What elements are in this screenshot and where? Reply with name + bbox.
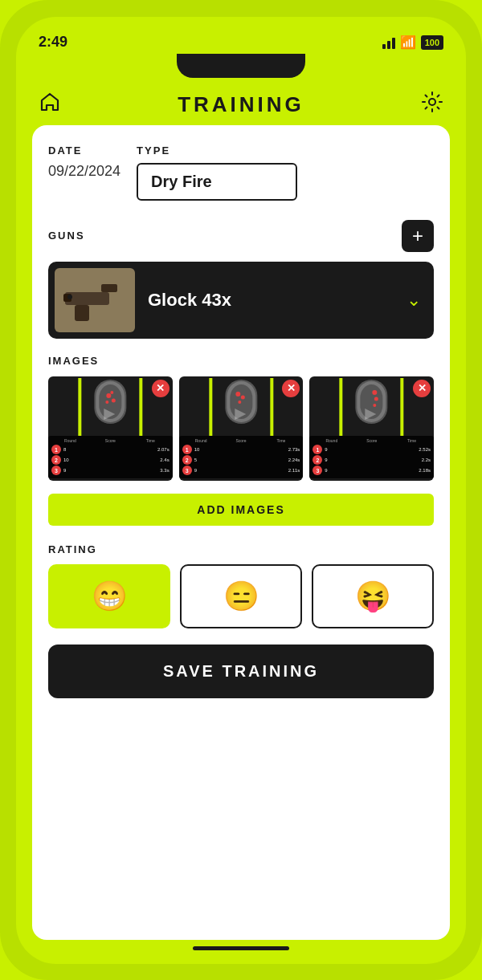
svg-point-16: [110, 391, 113, 394]
score-table-3: Round Score Time 1 9 2.52s 2: [309, 436, 434, 478]
score-row: 2 5 2.24s: [182, 455, 300, 465]
date-group: DATE 09/22/2024: [48, 144, 120, 201]
save-training-button[interactable]: SAVE TRAINING: [48, 645, 434, 698]
score-table-1: Round Score Time 1 8 2.07s 2: [48, 436, 173, 478]
score-row: 1 8 2.07s: [51, 445, 170, 454]
rating-label: RATING: [48, 543, 97, 555]
image-thumb-1: ✕: [48, 376, 173, 481]
type-label: TYPE: [137, 144, 297, 157]
home-indicator: [16, 940, 466, 964]
image-thumb-2: ✕: [179, 376, 304, 481]
gun-image: [55, 268, 135, 332]
rating-row: 😁 😑 😝: [48, 564, 434, 628]
svg-point-35: [374, 397, 378, 401]
chevron-down-icon: ⌄: [406, 290, 421, 311]
images-section-header: IMAGES: [48, 355, 434, 367]
svg-rect-23: [270, 378, 273, 436]
rating-happy[interactable]: 😁: [48, 564, 170, 628]
add-gun-button[interactable]: +: [402, 220, 434, 252]
score-row: 1 9 2.52s: [312, 445, 431, 454]
wifi-icon: 📶: [400, 35, 416, 50]
home-bar: [193, 946, 289, 950]
svg-point-6: [67, 295, 72, 299]
svg-point-25: [241, 396, 245, 400]
status-icons: 📶 100: [382, 35, 443, 50]
svg-point-36: [374, 404, 377, 407]
settings-icon[interactable]: [421, 91, 443, 119]
status-bar: 2:49 📶 100: [16, 17, 466, 57]
date-label: DATE: [48, 144, 120, 157]
svg-rect-33: [401, 378, 404, 436]
score-row: 3 9 2.11s: [182, 466, 300, 475]
gun-name: Glock 43x: [148, 290, 394, 311]
svg-rect-3: [101, 284, 117, 292]
svg-point-34: [373, 390, 378, 395]
guns-section-header: GUNS +: [48, 220, 434, 252]
main-card: DATE 09/22/2024 TYPE Dry Fire GUNS +: [32, 125, 450, 940]
gun-svg: [57, 270, 133, 330]
svg-rect-11: [78, 378, 81, 436]
gun-card[interactable]: Glock 43x ⌄: [48, 262, 434, 339]
svg-point-24: [235, 392, 240, 396]
svg-rect-4: [75, 305, 89, 321]
phone-outer: 2:49 📶 100 TRAINING: [0, 0, 482, 980]
svg-point-0: [429, 99, 435, 105]
svg-rect-12: [139, 378, 142, 436]
guns-label: GUNS: [48, 230, 85, 242]
remove-image-3-button[interactable]: ✕: [413, 380, 431, 397]
score-row: 1 10 2.73s: [182, 445, 300, 454]
top-nav: TRAINING: [16, 78, 466, 125]
type-group: TYPE Dry Fire: [137, 144, 297, 201]
svg-point-13: [106, 393, 111, 398]
status-time: 2:49: [39, 34, 67, 51]
remove-image-1-button[interactable]: ✕: [152, 380, 170, 397]
rating-tired[interactable]: 😝: [312, 564, 434, 628]
score-row: 3 9 3.3s: [51, 466, 170, 475]
images-grid: ✕: [48, 376, 434, 481]
svg-rect-2: [65, 292, 109, 305]
svg-rect-22: [209, 378, 212, 436]
svg-rect-32: [340, 378, 343, 436]
date-type-row: DATE 09/22/2024 TYPE Dry Fire: [48, 144, 434, 201]
notch: [177, 54, 305, 78]
phone-frame: 2:49 📶 100 TRAINING: [16, 17, 466, 964]
rating-neutral[interactable]: 😑: [180, 564, 302, 628]
svg-point-14: [112, 399, 116, 403]
score-row: 2 9 2.2s: [312, 455, 431, 465]
add-images-button[interactable]: ADD IMAGES: [48, 494, 434, 526]
battery-icon: 100: [421, 35, 443, 50]
page-title: TRAINING: [178, 92, 304, 117]
svg-point-26: [238, 401, 241, 404]
score-table-2: Round Score Time 1 10 2.73s 2: [179, 436, 304, 478]
image-thumb-3: ✕: [309, 376, 434, 481]
signal-icon: [382, 36, 395, 49]
images-label: IMAGES: [48, 355, 99, 367]
score-row: 2 10 2.4s: [51, 455, 170, 465]
home-icon[interactable]: [39, 91, 61, 119]
date-value: 09/22/2024: [48, 163, 120, 180]
remove-image-2-button[interactable]: ✕: [282, 380, 300, 397]
svg-point-15: [105, 401, 108, 404]
type-input[interactable]: Dry Fire: [137, 163, 297, 201]
score-row: 3 9 2.18s: [312, 466, 431, 475]
